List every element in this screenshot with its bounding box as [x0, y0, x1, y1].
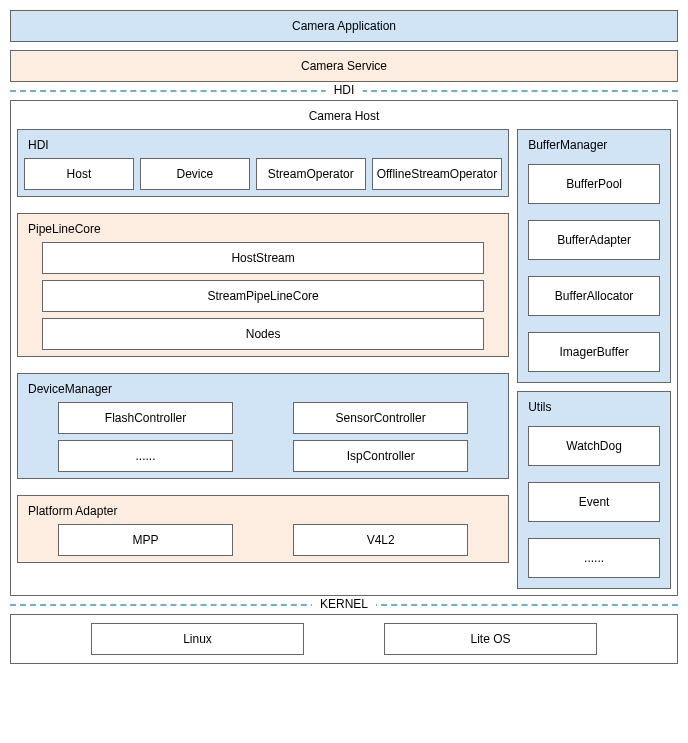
imagerbuffer-box: ImagerBuffer: [528, 332, 660, 372]
watchdog-box: WatchDog: [528, 426, 660, 466]
platformadapter-section: Platform Adapter MPP V4L2: [17, 495, 509, 563]
utils-section-title: Utils: [524, 398, 664, 420]
kernel-separator-label: KERNEL: [312, 597, 376, 611]
sensorcontroller-box: SensorController: [293, 402, 468, 434]
devicemanager-ellipsis-box: ......: [58, 440, 233, 472]
pipeline-hoststream-box: HostStream: [42, 242, 484, 274]
platformadapter-section-title: Platform Adapter: [24, 502, 502, 524]
hdi-section: HDI Host Device StreamOperator OfflineSt…: [17, 129, 509, 197]
linux-box: Linux: [91, 623, 304, 655]
hdi-host-box: Host: [24, 158, 134, 190]
pipeline-section: PipeLineCore HostStream StreamPipeLineCo…: [17, 213, 509, 357]
bufferallocator-box: BufferAllocator: [528, 276, 660, 316]
kernel-container: Linux Lite OS: [10, 614, 678, 664]
buffermanager-section-title: BufferManager: [524, 136, 664, 158]
camera-host-title: Camera Host: [17, 107, 671, 129]
camera-application-box: Camera Application: [10, 10, 678, 42]
bufferadapter-box: BufferAdapter: [528, 220, 660, 260]
utils-section: Utils WatchDog Event ......: [517, 391, 671, 589]
mpp-box: MPP: [58, 524, 233, 556]
ispcontroller-box: IspController: [293, 440, 468, 472]
hdi-streamoperator-box: StreamOperator: [256, 158, 366, 190]
kernel-separator: KERNEL: [10, 604, 678, 606]
hdi-offlinestreamoperator-box: OfflineStreamOperator: [372, 158, 503, 190]
pipeline-section-title: PipeLineCore: [24, 220, 502, 242]
devicemanager-section-title: DeviceManager: [24, 380, 502, 402]
pipeline-nodes-box: Nodes: [42, 318, 484, 350]
camera-host-container: Camera Host HDI Host Device StreamOperat…: [10, 100, 678, 596]
v4l2-box: V4L2: [293, 524, 468, 556]
hdi-section-title: HDI: [24, 136, 502, 158]
flashcontroller-box: FlashController: [58, 402, 233, 434]
hdi-separator-label: HDI: [326, 83, 363, 97]
utils-ellipsis-box: ......: [528, 538, 660, 578]
liteos-box: Lite OS: [384, 623, 597, 655]
devicemanager-section: DeviceManager FlashController SensorCont…: [17, 373, 509, 479]
camera-service-box: Camera Service: [10, 50, 678, 82]
hdi-device-box: Device: [140, 158, 250, 190]
hdi-separator: HDI: [10, 90, 678, 92]
buffermanager-section: BufferManager BufferPool BufferAdapter B…: [517, 129, 671, 383]
pipeline-streampipelinecore-box: StreamPipeLineCore: [42, 280, 484, 312]
event-box: Event: [528, 482, 660, 522]
bufferpool-box: BufferPool: [528, 164, 660, 204]
